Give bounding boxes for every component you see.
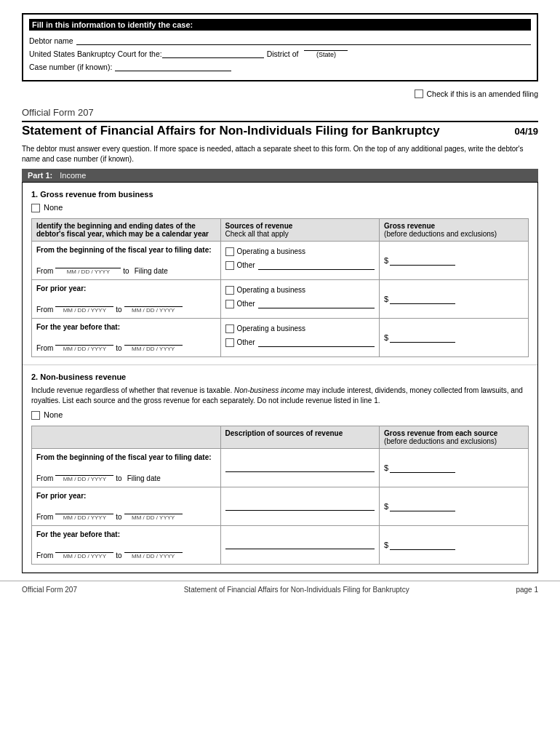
row3-to-input[interactable] bbox=[124, 335, 183, 346]
part1-title: Income bbox=[60, 171, 86, 180]
row2-to-field-group: MM / DD / YYYY bbox=[124, 297, 183, 314]
row3-source1: Operating a business bbox=[225, 324, 375, 333]
footer: Official Form 207 Statement of Financial… bbox=[0, 581, 560, 598]
form-subtitle: Official Form 207 bbox=[22, 107, 538, 122]
main-title-text: Statement of Financial Affairs for Non-I… bbox=[22, 124, 440, 138]
s2-row2-from-input[interactable] bbox=[55, 504, 113, 514]
s2-row3-from-input[interactable] bbox=[55, 543, 113, 553]
s2-row1-from-input[interactable] bbox=[55, 466, 113, 476]
row1-from-field-group: MM / DD / YYYY bbox=[55, 258, 121, 275]
row1-source2: Other bbox=[225, 260, 375, 270]
debtor-field[interactable] bbox=[76, 35, 531, 45]
section1-none-label: None bbox=[44, 203, 63, 212]
part1-label: Part 1: bbox=[28, 171, 52, 180]
section2-desc: Include revenue regardless of whether th… bbox=[31, 386, 529, 406]
section1-none-row: None bbox=[31, 203, 529, 212]
s2-row1-dollar-field: $ bbox=[384, 463, 524, 473]
s2-th-desc: Description of sources of revenue bbox=[220, 426, 380, 448]
row2-dollar-field: $ bbox=[384, 294, 524, 304]
s2-row1-revenue: $ bbox=[380, 448, 529, 487]
part1-header: Part 1: Income bbox=[22, 169, 538, 182]
s2-row2-to-field-group: MM / DD / YYYY bbox=[124, 504, 183, 521]
row1-other-input[interactable] bbox=[258, 260, 375, 270]
section2-none-checkbox[interactable] bbox=[31, 411, 40, 420]
row3-from-input[interactable] bbox=[55, 335, 113, 346]
row2-amount-input[interactable] bbox=[390, 294, 455, 304]
row3-source1-checkbox[interactable] bbox=[225, 324, 234, 333]
district-group: (State) bbox=[304, 50, 348, 58]
table-row: For the year before that: From MM / DD /… bbox=[32, 318, 529, 356]
row2-sources: Operating a business Other bbox=[220, 279, 380, 318]
s2-row1-desc bbox=[220, 448, 380, 487]
row2-from-input[interactable] bbox=[55, 297, 113, 307]
content-box: 1. Gross revenue from business None Iden… bbox=[22, 182, 538, 573]
s2-th-dates bbox=[32, 426, 221, 448]
case-number-field[interactable] bbox=[115, 61, 231, 71]
header-box-title: Fill in this information to identify the… bbox=[29, 19, 531, 31]
row3-to-field-group: MM / DD / YYYY bbox=[124, 335, 183, 352]
s2-row2-desc-input[interactable] bbox=[225, 501, 375, 511]
row3-period-label: For the year before that: bbox=[36, 323, 216, 331]
s2-row1-desc-input[interactable] bbox=[225, 462, 375, 472]
section2: 2. Non-business revenue Include revenue … bbox=[23, 365, 537, 573]
row3-sources: Operating a business Other bbox=[220, 318, 380, 356]
s2-row2-desc bbox=[220, 487, 380, 525]
row3-revenue: $ bbox=[380, 318, 529, 356]
form-title-section: Official Form 207 Statement of Financial… bbox=[22, 107, 538, 138]
row1-from-input[interactable] bbox=[55, 258, 121, 268]
form-date: 04/19 bbox=[514, 126, 538, 137]
row1-from-group: From MM / DD / YYYY to Filing date bbox=[36, 258, 216, 275]
s2-row2-dollar-field: $ bbox=[384, 501, 524, 511]
row3-other-input[interactable] bbox=[258, 337, 375, 347]
s2-row3-from-field-group: MM / DD / YYYY bbox=[55, 543, 113, 559]
s2-row2-revenue: $ bbox=[380, 487, 529, 525]
section1-none-checkbox[interactable] bbox=[31, 204, 40, 212]
s2-row2-to-input[interactable] bbox=[124, 504, 183, 514]
row3-amount-input[interactable] bbox=[390, 332, 455, 343]
s2-row3-to-input[interactable] bbox=[124, 543, 183, 553]
row2-to-input[interactable] bbox=[124, 297, 183, 307]
row2-dates: For prior year: From MM / DD / YYYY to bbox=[32, 279, 221, 318]
amended-content: Check if this is an amended filing bbox=[415, 89, 539, 100]
section2-none-label: None bbox=[44, 410, 63, 419]
row2-source2-checkbox[interactable] bbox=[225, 300, 234, 308]
s2-row3-desc-input[interactable] bbox=[225, 539, 375, 549]
s2-row1-period-label: From the beginning of the fiscal year to… bbox=[36, 453, 216, 461]
table-row: For prior year: From MM / DD / YYYY to bbox=[32, 487, 529, 525]
row3-source2-checkbox[interactable] bbox=[225, 338, 234, 347]
s2-row2-from-field-group: MM / DD / YYYY bbox=[55, 504, 113, 521]
form-main-title: Statement of Financial Affairs for Non-I… bbox=[22, 124, 538, 138]
s2-row3-to-field-group: MM / DD / YYYY bbox=[124, 543, 183, 559]
row3-dollar-field: $ bbox=[384, 332, 524, 343]
amended-checkbox[interactable] bbox=[415, 89, 423, 98]
s2-row3-dates: For the year before that: From MM / DD /… bbox=[32, 525, 221, 564]
debtor-row: Debtor name bbox=[29, 35, 531, 45]
row1-dates: From the beginning of the fiscal year to… bbox=[32, 241, 221, 279]
row1-amount-input[interactable] bbox=[390, 255, 455, 266]
state-label: (State) bbox=[304, 51, 348, 58]
s2-row3-period-label: For the year before that: bbox=[36, 530, 216, 538]
s2-row1-from-field-group: MM / DD / YYYY bbox=[55, 466, 113, 482]
footer-left: Official Form 207 bbox=[22, 586, 77, 594]
s2-row1-amount-input[interactable] bbox=[390, 463, 455, 473]
row1-sources: Operating a business Other bbox=[220, 241, 380, 279]
s2-row2-from-group: From MM / DD / YYYY to MM / DD / YYYY bbox=[36, 504, 216, 521]
section2-title: 2. Non-business revenue bbox=[31, 372, 529, 381]
row2-other-input[interactable] bbox=[258, 298, 375, 308]
case-number-row: Case number (if known): bbox=[29, 61, 531, 71]
page: Fill in this information to identify the… bbox=[0, 13, 560, 745]
footer-right: page 1 bbox=[516, 586, 538, 594]
row1-source1-checkbox[interactable] bbox=[225, 247, 234, 256]
row2-source1-checkbox[interactable] bbox=[225, 286, 234, 295]
footer-center: Statement of Financial Affairs for Non-I… bbox=[184, 586, 409, 594]
row1-source2-checkbox[interactable] bbox=[225, 261, 234, 270]
s2-row3-amount-input[interactable] bbox=[390, 540, 455, 550]
section1: 1. Gross revenue from business None Iden… bbox=[23, 183, 537, 365]
row2-from-field-group: MM / DD / YYYY bbox=[55, 297, 113, 314]
s2-row3-desc bbox=[220, 525, 380, 564]
s2-row2-amount-input[interactable] bbox=[390, 501, 455, 511]
debtor-label: Debtor name bbox=[29, 36, 73, 45]
s2-row1-dates: From the beginning of the fiscal year to… bbox=[32, 448, 221, 487]
court-field[interactable] bbox=[162, 48, 264, 58]
row1-source1: Operating a business bbox=[225, 247, 375, 256]
